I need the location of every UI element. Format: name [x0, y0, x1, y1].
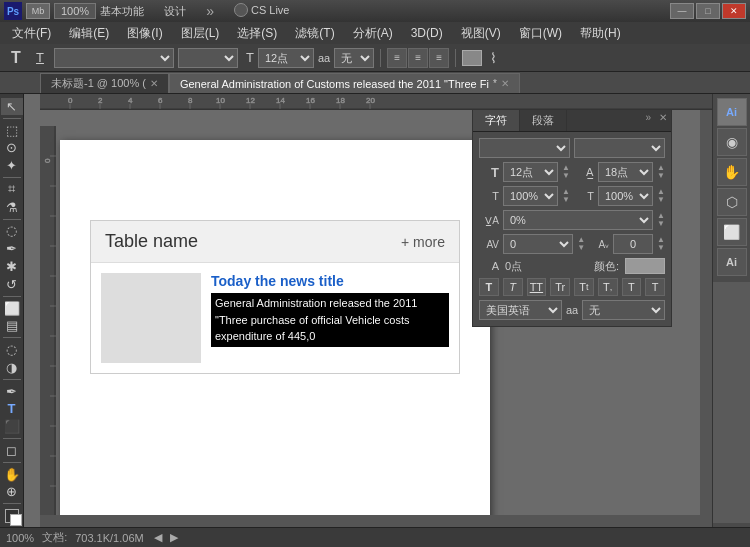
tab-character[interactable]: 字符	[473, 110, 520, 131]
warp-text-icon[interactable]: ⌇	[490, 50, 497, 66]
panel-close-btn[interactable]: ✕	[655, 110, 671, 131]
eraser-tool[interactable]: ⬜	[1, 300, 23, 317]
svg-text:8: 8	[188, 96, 193, 105]
spot-heal-tool[interactable]: ◌	[1, 222, 23, 239]
scrollbar-horizontal[interactable]	[40, 515, 700, 527]
style-bold-btn[interactable]: T	[479, 278, 499, 296]
aa-panel-select[interactable]: 无	[582, 300, 665, 320]
text-color-panel-swatch[interactable]	[625, 258, 665, 274]
right-tool-rect[interactable]: ⬜	[717, 218, 747, 246]
kerning2-input[interactable]	[613, 234, 653, 254]
move-tool[interactable]: ↖	[1, 98, 23, 115]
menu-help[interactable]: 帮助(H)	[572, 23, 629, 44]
brush-tool[interactable]: ✒	[1, 240, 23, 257]
more-icon[interactable]: »	[206, 3, 214, 19]
nav-left-btn[interactable]: ◀	[154, 531, 162, 544]
font-family-panel-select[interactable]	[479, 138, 570, 158]
cslive-label[interactable]: CS Live	[234, 3, 290, 19]
menu-view[interactable]: 视图(V)	[453, 23, 509, 44]
scale-h-select[interactable]: 100%	[503, 186, 558, 206]
text-tool[interactable]: T	[1, 400, 23, 417]
scale-v-select[interactable]: 100%	[598, 186, 653, 206]
tab-close-icon[interactable]: ✕	[150, 78, 158, 89]
menu-filter[interactable]: 滤镜(T)	[287, 23, 342, 44]
clone-stamp-tool[interactable]: ✱	[1, 258, 23, 275]
menu-file[interactable]: 文件(F)	[4, 23, 59, 44]
menu-analysis[interactable]: 分析(A)	[345, 23, 401, 44]
style-subscript-btn[interactable]: T,	[598, 278, 618, 296]
dodge-tool[interactable]: ◑	[1, 359, 23, 376]
right-tool-ai2[interactable]: Ai	[717, 248, 747, 276]
menu-edit[interactable]: 编辑(E)	[61, 23, 117, 44]
font-size-select[interactable]: 12点	[258, 48, 314, 68]
text-color-swatch[interactable]	[462, 50, 482, 66]
menu-select[interactable]: 选择(S)	[229, 23, 285, 44]
align-center-btn[interactable]: ≡	[408, 48, 428, 68]
align-left-btn[interactable]: ≡	[387, 48, 407, 68]
style-superscript-btn[interactable]: Tt	[574, 278, 594, 296]
menu-layer[interactable]: 图层(L)	[173, 23, 228, 44]
menu-3d[interactable]: 3D(D)	[403, 24, 451, 42]
card-more-link[interactable]: + more	[401, 234, 445, 250]
svg-text:16: 16	[306, 96, 315, 105]
panel-menu-btn[interactable]: »	[641, 110, 655, 131]
align-right-btn[interactable]: ≡	[429, 48, 449, 68]
right-tool-hand[interactable]: ✋	[717, 158, 747, 186]
style-allcaps-btn[interactable]: T	[622, 278, 642, 296]
path-select-tool[interactable]: ⬛	[1, 418, 23, 435]
style-smallcaps-btn[interactable]: T	[645, 278, 665, 296]
magic-wand-tool[interactable]: ✦	[1, 157, 23, 174]
size-arrows: ▲ ▼	[562, 164, 570, 180]
crop-tool[interactable]: ⌗	[1, 181, 23, 198]
lineheight-select[interactable]: 18点	[598, 162, 653, 182]
gradient-tool[interactable]: ▤	[1, 318, 23, 335]
pen-tool[interactable]: ✒	[1, 383, 23, 400]
tracking-select[interactable]: 0%	[503, 210, 653, 230]
zoom-tool[interactable]: ⊕	[1, 483, 23, 500]
menu-bar: 文件(F) 编辑(E) 图像(I) 图层(L) 选择(S) 滤镜(T) 分析(A…	[0, 22, 750, 44]
tab-customs[interactable]: General Administration of Customs releas…	[169, 73, 520, 93]
font-family-select[interactable]	[54, 48, 174, 68]
font-size-panel-select[interactable]: 12点	[503, 162, 558, 182]
right-tool-circle[interactable]: ◉	[717, 128, 747, 156]
minimize-btn[interactable]: —	[670, 3, 694, 19]
style-strikethrough-btn[interactable]: Tr	[550, 278, 570, 296]
history-brush-tool[interactable]: ↺	[1, 276, 23, 293]
blur-tool[interactable]: ◌	[1, 341, 23, 358]
tool-separator6	[3, 379, 21, 380]
menu-image[interactable]: 图像(I)	[119, 23, 170, 44]
svg-text:2: 2	[98, 96, 103, 105]
tab-paragraph[interactable]: 段落	[520, 110, 567, 131]
aa-select[interactable]: 无	[334, 48, 374, 68]
right-tool-ai[interactable]: Ai	[717, 98, 747, 126]
tool-separator8	[3, 462, 21, 463]
right-scrollbar[interactable]	[713, 282, 750, 523]
scrollbar-vertical[interactable]	[700, 110, 712, 527]
style-underline-btn[interactable]: TT	[527, 278, 547, 296]
tab-untitled[interactable]: 未标题-1 @ 100% ( ✕	[40, 73, 169, 93]
restore-btn[interactable]: □	[696, 3, 720, 19]
news-body-text[interactable]: General Administration released the 2011…	[211, 293, 449, 347]
shape-tool[interactable]: ◻	[1, 442, 23, 459]
scale-h-arrows: ▲ ▼	[562, 188, 570, 204]
right-tool-hex[interactable]: ⬡	[717, 188, 747, 216]
mode-btn[interactable]: Mb	[26, 3, 50, 19]
hand-tool[interactable]: ✋	[1, 466, 23, 483]
font-style-panel-select[interactable]	[574, 138, 665, 158]
language-row: 美国英语 aa 无	[479, 300, 665, 320]
language-select[interactable]: 美国英语	[479, 300, 562, 320]
font-style-select[interactable]	[178, 48, 238, 68]
window-controls: — □ ✕	[670, 3, 746, 19]
eyedropper-tool[interactable]: ⚗	[1, 199, 23, 216]
background-color[interactable]	[10, 514, 22, 526]
lasso-tool[interactable]: ⊙	[1, 139, 23, 156]
tab-close-icon2[interactable]: ✕	[501, 78, 509, 89]
marquee-tool[interactable]: ⬚	[1, 122, 23, 139]
menu-window[interactable]: 窗口(W)	[511, 23, 570, 44]
foreground-color[interactable]	[5, 509, 19, 523]
kerning-select[interactable]: 0	[503, 234, 573, 254]
style-italic-btn[interactable]: T	[503, 278, 523, 296]
close-btn[interactable]: ✕	[722, 3, 746, 19]
preset-label: 基本功能	[100, 4, 144, 19]
nav-right-btn[interactable]: ▶	[170, 531, 178, 544]
